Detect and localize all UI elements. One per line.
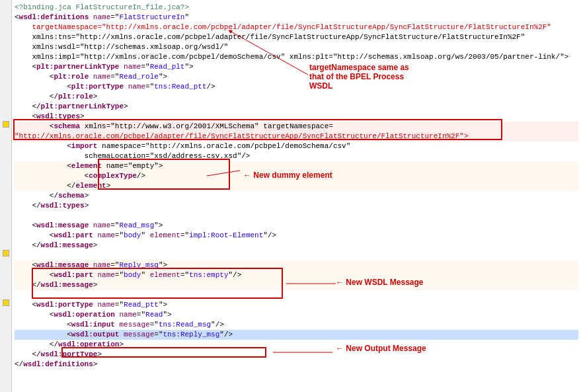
line-21: </wsdl:types> xyxy=(15,201,578,211)
line-30 xyxy=(15,290,578,300)
line-32: <wsdl:operation name="Read"> xyxy=(15,310,578,320)
line-6: xmlns:impl="http://xmlns.oracle.com/pcbp… xyxy=(15,52,578,62)
line-37: </wsdl:definitions> xyxy=(15,360,578,370)
line-23: <wsdl:message name="Read_msg"> xyxy=(15,221,578,231)
line-20: </schema> xyxy=(15,191,578,201)
line-8: <plt:role name="Read_role"> xyxy=(15,72,578,82)
line-25: </wsdl:message> xyxy=(15,241,578,251)
line-22 xyxy=(15,211,578,221)
line-34: <wsdl:output message="tns:Reply_msg"/> xyxy=(15,330,578,340)
line-9: <plt:portType name="tns:Read_ptt/> xyxy=(15,82,578,92)
line-33: <wsdl:input message="tns:Read_msg"/> xyxy=(15,320,578,330)
gutter xyxy=(0,0,12,392)
line-27: <wsdl:message name="Reply_msg"> xyxy=(15,260,578,270)
line-11: </plt:partnerLinkType> xyxy=(15,102,578,112)
line-5: xmlns:wsdl="http://schemas.xmlsoap.org/w… xyxy=(15,42,578,52)
line-10: </plt:role> xyxy=(15,92,578,102)
line-2: <wsdl:definitions name="FlatStructureIn" xyxy=(15,13,578,22)
line-35: </wsdl:operation> xyxy=(15,340,578,350)
line-26 xyxy=(15,251,578,260)
line-3: targetNamespace="http://xmlns.oracle.com… xyxy=(15,22,578,32)
line-36: </wsdl:portType> xyxy=(15,350,578,360)
line-28: <wsdl:part name="body" element="tns:empt… xyxy=(15,270,578,280)
line-14: "http://xmlns.oracle.com/pcbpel/adapter/… xyxy=(15,132,578,141)
line-18: <complexType/> xyxy=(15,171,578,181)
code-area[interactable]: <?binding.jca FlatStructureIn_file.jca?>… xyxy=(12,0,581,392)
editor-container: <?binding.jca FlatStructureIn_file.jca?>… xyxy=(0,0,581,392)
line-24: <wsdl:part name="body" element="impl:Roo… xyxy=(15,231,578,241)
line-29: </wsdl:message> xyxy=(15,280,578,290)
line-16: schemaLocation="xsd/address-csv.xsd"/> xyxy=(15,151,578,161)
line-17: <element name="empty"> xyxy=(15,161,578,171)
line-1: <?binding.jca FlatStructureIn_file.jca?> xyxy=(15,3,578,13)
line-15: <import namespace="http://xmlns.oracle.c… xyxy=(15,141,578,151)
line-13: <schema xmlns="http://www.w3.org/2001/XM… xyxy=(15,122,578,132)
line-7: <plt:partnerLinkType name="Read_plt"> xyxy=(15,62,578,72)
line-19: </element> xyxy=(15,181,578,191)
line-12: <wsdl:types> xyxy=(15,112,578,122)
line-31: <wsdl:portType name="Read_ptt"> xyxy=(15,300,578,310)
line-4: xmlns:tns="http://xmlns.oracle.com/pcbpe… xyxy=(15,32,578,42)
